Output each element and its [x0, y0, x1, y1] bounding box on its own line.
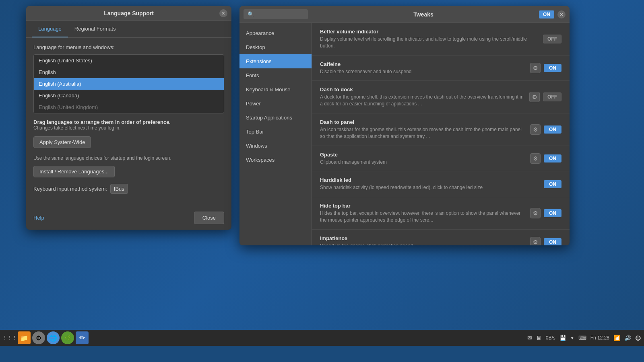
ext-info: Caffeine Disable the screensaver and aut…: [320, 61, 525, 75]
toggle-better-volume[interactable]: OFF: [543, 35, 561, 43]
ext-desc: A dock for the gnome shell. this extensi…: [320, 94, 524, 107]
tweaks-search-input[interactable]: 🔍: [244, 9, 308, 19]
close-dialog-button[interactable]: Close: [194, 212, 224, 224]
tweaks-titlebar: 🔍 Tweaks ON ✕: [239, 6, 570, 23]
lang-item-en-us[interactable]: English (United States): [34, 55, 224, 66]
sidebar-item-workspaces[interactable]: Workspaces: [239, 153, 312, 167]
taskbar: ⋮⋮⋮ 📁 ⚙ 🌐 🌿 ✏ ✉ 🖥 0B/s 💾 ▼ ⌨ Fri 12:28 📶…: [0, 330, 644, 346]
volume-icon[interactable]: 🔊: [624, 335, 631, 341]
display-icon[interactable]: 🖥: [536, 335, 542, 341]
ext-name: Impatience: [320, 235, 525, 241]
settings-icon[interactable]: ⚙: [32, 331, 45, 344]
dialog-title: Language Support: [104, 10, 154, 16]
search-icon: 🔍: [248, 11, 254, 17]
files-icon[interactable]: 📁: [18, 331, 31, 344]
toggle-caffeine[interactable]: ON: [544, 64, 561, 72]
gear-caffeine-button[interactable]: ⚙: [530, 63, 541, 73]
power-icon[interactable]: ⏻: [635, 335, 641, 341]
email-icon[interactable]: ✉: [527, 335, 532, 341]
ext-desc: Clipboard management system: [320, 159, 525, 166]
kbd-method-label: Keyboard input method system:: [33, 186, 107, 192]
help-button[interactable]: Help: [33, 215, 44, 221]
language-support-dialog: Language Support ✕ Language Regional For…: [26, 6, 231, 230]
dialog-close-button[interactable]: ✕: [219, 9, 227, 17]
network-speed: 0B/s: [546, 335, 555, 341]
tweaks-title: Tweaks: [311, 11, 536, 18]
ext-info: Impatience Speed up the gnome-shell anim…: [320, 235, 525, 245]
lang-for-menus-label: Language for menus and windows:: [33, 44, 224, 50]
ext-item-better-volume: Better volume indicator Display volume l…: [312, 23, 570, 56]
down-arrow-icon: ▼: [570, 336, 574, 340]
toggle-gpaste[interactable]: ON: [544, 154, 561, 162]
storage-icon[interactable]: 💾: [559, 335, 566, 341]
gear-dash-dock-button[interactable]: ⚙: [529, 92, 540, 102]
gear-dash-panel-button[interactable]: ⚙: [530, 124, 541, 135]
sidebar-item-desktop[interactable]: Desktop: [239, 40, 312, 54]
gear-impatience-button[interactable]: ⚙: [530, 237, 541, 245]
tweaks-body: Appearance Desktop Extensions Fonts Keyb…: [239, 23, 570, 245]
tweaks-taskbar-icon[interactable]: ✏: [76, 331, 89, 344]
ext-controls: ⚙ ON: [530, 124, 561, 135]
ext-item-harddisk-led: Harddisk led Show harddisk activity (io …: [312, 171, 570, 197]
dialog-body: Language for menus and windows: English …: [26, 38, 231, 208]
ext-item-caffeine: Caffeine Disable the screensaver and aut…: [312, 56, 570, 81]
login-note: Use the same language choices for startu…: [33, 155, 224, 161]
gear-gpaste-button[interactable]: ⚙: [530, 153, 541, 164]
ext-desc: Show harddisk activity (io speed read/wr…: [320, 184, 539, 191]
toggle-impatience[interactable]: ON: [544, 238, 561, 245]
app-grid-icon[interactable]: ⋮⋮⋮: [3, 331, 16, 344]
gear-hide-top-bar-button[interactable]: ⚙: [530, 208, 541, 218]
language-list: English (United States) English English …: [33, 54, 224, 113]
install-remove-languages-button[interactable]: Install / Remove Languages...: [33, 166, 115, 177]
lang-item-en-au[interactable]: English (Australia): [34, 78, 224, 90]
ext-info: Dash to panel An icon taskbar for the gn…: [320, 119, 525, 140]
tweaks-on-badge[interactable]: ON: [539, 10, 554, 19]
drag-note: Drag languages to arrange them in order …: [33, 119, 224, 131]
sidebar-item-fonts[interactable]: Fonts: [239, 68, 312, 82]
ext-name: Harddisk led: [320, 177, 539, 183]
ext-name: Dash to panel: [320, 119, 525, 125]
ext-name: Caffeine: [320, 61, 525, 67]
wifi-icon[interactable]: 📶: [613, 335, 620, 341]
sidebar-item-keyboard-mouse[interactable]: Keyboard & Mouse: [239, 82, 312, 97]
ext-info: Harddisk led Show harddisk activity (io …: [320, 177, 539, 191]
keyboard-icon[interactable]: ⌨: [578, 335, 586, 341]
ext-desc: Hides the top bar, except in overview. h…: [320, 210, 525, 224]
ext-desc: An icon taskbar for the gnome shell. thi…: [320, 126, 525, 140]
ext-item-gpaste: Gpaste Clipboard management system ⚙ ON: [312, 146, 570, 172]
ext-item-hide-top-bar: Hide top bar Hides the top bar, except i…: [312, 197, 570, 230]
lang-item-en-ca[interactable]: English (Canada): [34, 90, 224, 101]
tweaks-window: 🔍 Tweaks ON ✕ Appearance Desktop Extensi…: [239, 6, 570, 245]
apply-system-wide-button[interactable]: Apply System-Wide: [33, 136, 91, 148]
ext-item-impatience: Impatience Speed up the gnome-shell anim…: [312, 230, 570, 245]
kbd-method-select[interactable]: IBus: [110, 184, 128, 194]
ext-controls: ⚙ ON: [530, 208, 561, 218]
sidebar-item-appearance[interactable]: Appearance: [239, 26, 312, 40]
tab-regional-formats[interactable]: Regional Formats: [68, 21, 122, 37]
tab-language[interactable]: Language: [32, 21, 68, 37]
taskbar-right: ✉ 🖥 0B/s 💾 ▼ ⌨ Fri 12:28 📶 🔊 ⏻: [527, 335, 641, 341]
tweaks-close-button[interactable]: ✕: [557, 10, 566, 19]
mint-icon[interactable]: 🌿: [61, 331, 74, 344]
tweaks-sidebar: Appearance Desktop Extensions Fonts Keyb…: [239, 23, 312, 245]
sidebar-item-windows[interactable]: Windows: [239, 139, 312, 153]
lang-item-en[interactable]: English: [34, 66, 224, 78]
toggle-harddisk-led[interactable]: ON: [544, 180, 561, 188]
desktop: Language Support ✕ Language Regional For…: [0, 0, 644, 346]
ext-item-dash-to-panel: Dash to panel An icon taskbar for the gn…: [312, 113, 570, 146]
sidebar-item-power[interactable]: Power: [239, 97, 312, 111]
toggle-dash-dock[interactable]: OFF: [543, 93, 561, 101]
dialog-titlebar: Language Support ✕: [26, 6, 231, 21]
toggle-hide-top-bar[interactable]: ON: [544, 209, 561, 217]
browser-icon[interactable]: 🌐: [47, 331, 60, 344]
ext-name: Gpaste: [320, 152, 525, 158]
dialog-footer: Help Close: [26, 208, 231, 230]
ext-controls: ⚙ ON: [530, 63, 561, 73]
ext-desc: Display volume level while scrolling the…: [320, 36, 538, 49]
ext-name: Hide top bar: [320, 203, 525, 209]
lang-item-en-uk[interactable]: English (United Kingdom): [34, 101, 224, 113]
sidebar-item-extensions[interactable]: Extensions: [239, 54, 312, 68]
sidebar-item-top-bar[interactable]: Top Bar: [239, 125, 312, 139]
sidebar-item-startup-applications[interactable]: Startup Applications: [239, 111, 312, 125]
toggle-dash-panel[interactable]: ON: [544, 125, 561, 134]
